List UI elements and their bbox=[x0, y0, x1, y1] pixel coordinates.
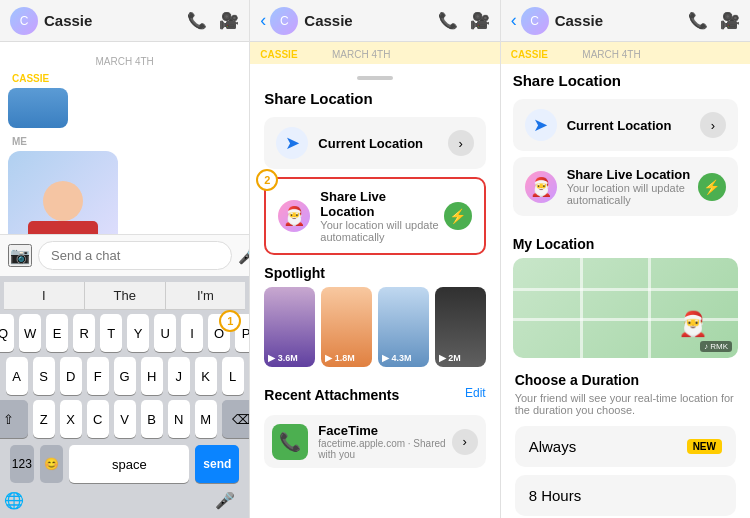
key-v[interactable]: V bbox=[114, 400, 136, 438]
cassie-tag-p3: CASSIE bbox=[511, 49, 548, 60]
current-loc-arrow-p3[interactable]: › bbox=[700, 112, 726, 138]
key-n[interactable]: N bbox=[168, 400, 190, 438]
suggest-the[interactable]: The bbox=[85, 282, 166, 309]
video-icon-p2[interactable]: 🎥 bbox=[470, 11, 490, 30]
live-location-option[interactable]: 2 🎅 Share Live Location Your location wi… bbox=[264, 177, 485, 255]
video-icon[interactable]: 🎥 bbox=[219, 11, 239, 30]
chat-content: MARCH 4TH CASSIE ME bbox=[0, 42, 249, 234]
key-emoji-bottom[interactable]: 😊 bbox=[40, 445, 64, 483]
key-t[interactable]: T bbox=[100, 314, 122, 352]
current-location-arrow[interactable]: › bbox=[448, 130, 474, 156]
live-loc-go-p3[interactable]: ⚡ bbox=[698, 173, 726, 201]
thumb-3[interactable]: ▶ 4.3M bbox=[378, 287, 429, 367]
key-g[interactable]: G bbox=[114, 357, 136, 395]
spotlight-row: ▶ 3.6M ▶ 1.8M ▶ 4.3M ▶ 2M bbox=[264, 287, 485, 367]
key-x[interactable]: X bbox=[60, 400, 82, 438]
key-num[interactable]: 123 bbox=[10, 445, 34, 483]
key-b[interactable]: B bbox=[141, 400, 163, 438]
current-location-option[interactable]: ➤ Current Location › bbox=[264, 117, 485, 169]
cassie-label: CASSIE bbox=[8, 73, 241, 84]
suggest-i[interactable]: I bbox=[4, 282, 85, 309]
kb-row-3: ⇧ Z X C V B N M ⌫ bbox=[6, 400, 243, 438]
kb-row-1: Q W E R T Y U I O P bbox=[6, 314, 243, 352]
camera-button[interactable]: 📷 bbox=[8, 244, 32, 267]
key-r[interactable]: R bbox=[73, 314, 95, 352]
panel-duration: ‹ C Cassie 📞 🎥 CASSIE MARCH 4TH Share Lo… bbox=[500, 0, 750, 518]
map-bitmoji: 🎅 bbox=[678, 310, 708, 338]
key-m[interactable]: M bbox=[195, 400, 217, 438]
cassie-tag: CASSIE bbox=[260, 49, 297, 60]
key-l[interactable]: L bbox=[222, 357, 244, 395]
key-j[interactable]: J bbox=[168, 357, 190, 395]
my-location-section: My Location 🎅 ♪ RMK bbox=[501, 236, 750, 362]
header-panel2: ‹ C Cassie 📞 🎥 bbox=[250, 0, 499, 42]
attachment-arrow[interactable]: › bbox=[452, 429, 478, 455]
key-s[interactable]: S bbox=[33, 357, 55, 395]
key-f[interactable]: F bbox=[87, 357, 109, 395]
key-z[interactable]: Z bbox=[33, 400, 55, 438]
header-title-p2: Cassie bbox=[304, 12, 437, 29]
key-y[interactable]: Y bbox=[127, 314, 149, 352]
key-q[interactable]: Q bbox=[0, 314, 14, 352]
key-h[interactable]: H bbox=[141, 357, 163, 395]
key-a[interactable]: A bbox=[6, 357, 28, 395]
cassie-stripe-p3: CASSIE MARCH 4TH bbox=[501, 42, 750, 64]
bitmoji bbox=[23, 171, 103, 234]
edit-button[interactable]: Edit bbox=[465, 386, 486, 400]
key-k[interactable]: K bbox=[195, 357, 217, 395]
live-loc-p3[interactable]: 🎅 Share Live Location Your location will… bbox=[513, 157, 738, 216]
chat-image bbox=[8, 151, 118, 234]
map-area: 🎅 ♪ RMK bbox=[513, 258, 738, 358]
mic-kb-icon: 🎤 bbox=[215, 491, 235, 510]
panel-chat: C Cassie 📞 🎥 MARCH 4TH CASSIE ME 📷 🎤 😊 🗂… bbox=[0, 0, 249, 518]
attachment-sub: facetime.apple.com · Shared with you bbox=[318, 438, 451, 460]
key-e[interactable]: E bbox=[46, 314, 68, 352]
live-location-sub: Your location will update automatically bbox=[320, 219, 443, 243]
phone-icon-p3[interactable]: 📞 bbox=[688, 11, 708, 30]
header-icons-p2: 📞 🎥 bbox=[438, 11, 490, 30]
header-icons-p3: 📞 🎥 bbox=[688, 11, 740, 30]
key-send[interactable]: send bbox=[195, 445, 239, 483]
attachment-item[interactable]: 📞 FaceTime facetime.apple.com · Shared w… bbox=[264, 415, 485, 468]
current-loc-p3[interactable]: ➤ Current Location › bbox=[513, 99, 738, 151]
march-date-p3: MARCH 4TH bbox=[582, 49, 640, 60]
loc-icon-p3: ➤ bbox=[525, 109, 557, 141]
suggest-im[interactable]: I'm bbox=[166, 282, 246, 309]
live-loc-sub-p3: Your location will update automatically bbox=[567, 182, 698, 206]
video-icon-p3[interactable]: 🎥 bbox=[720, 11, 740, 30]
header-panel3: ‹ C Cassie 📞 🎥 bbox=[501, 0, 750, 42]
share-section-p3: Share Location ➤ Current Location › 🎅 Sh… bbox=[501, 64, 750, 226]
chat-input[interactable] bbox=[38, 241, 232, 270]
key-d[interactable]: D bbox=[60, 357, 82, 395]
key-u[interactable]: U bbox=[154, 314, 176, 352]
back-button-p3[interactable]: ‹ bbox=[511, 10, 517, 31]
key-w[interactable]: W bbox=[19, 314, 41, 352]
thumb-2[interactable]: ▶ 1.8M bbox=[321, 287, 372, 367]
thumb-1[interactable]: ▶ 3.6M bbox=[264, 287, 315, 367]
thumb-1-label: ▶ 3.6M bbox=[268, 353, 298, 363]
key-space[interactable]: space bbox=[69, 445, 189, 483]
mic-icon[interactable]: 🎤 bbox=[238, 246, 249, 265]
thumb-4[interactable]: ▶ 2M bbox=[435, 287, 486, 367]
key-shift[interactable]: ⇧ bbox=[0, 400, 28, 438]
key-c[interactable]: C bbox=[87, 400, 109, 438]
key-i[interactable]: I bbox=[181, 314, 203, 352]
duration-title: Choose a Duration bbox=[515, 372, 736, 388]
map-music-label: ♪ RMK bbox=[700, 341, 732, 352]
key-delete[interactable]: ⌫ bbox=[222, 400, 250, 438]
phone-icon-p2[interactable]: 📞 bbox=[438, 11, 458, 30]
header-icons: 📞 🎥 bbox=[187, 11, 239, 30]
header-panel1: C Cassie 📞 🎥 bbox=[0, 0, 249, 42]
panel-share: ‹ C Cassie 📞 🎥 CASSIE MARCH 4TH Share Lo… bbox=[249, 0, 499, 518]
live-location-go-btn[interactable]: ⚡ bbox=[444, 202, 472, 230]
keyboard: I The I'm Q W E R T Y U I O P A S D F bbox=[0, 276, 249, 518]
attachments-title: Recent Attachments bbox=[264, 387, 399, 403]
duration-8hours[interactable]: 8 Hours bbox=[515, 475, 736, 516]
back-button[interactable]: ‹ bbox=[260, 10, 266, 31]
spotlight-title: Spotlight bbox=[264, 265, 485, 281]
duration-always[interactable]: Always NEW bbox=[515, 426, 736, 467]
current-location-title: Current Location bbox=[318, 136, 447, 151]
duration-section: Choose a Duration Your friend will see y… bbox=[501, 362, 750, 518]
phone-icon[interactable]: 📞 bbox=[187, 11, 207, 30]
header-title: Cassie bbox=[44, 12, 187, 29]
